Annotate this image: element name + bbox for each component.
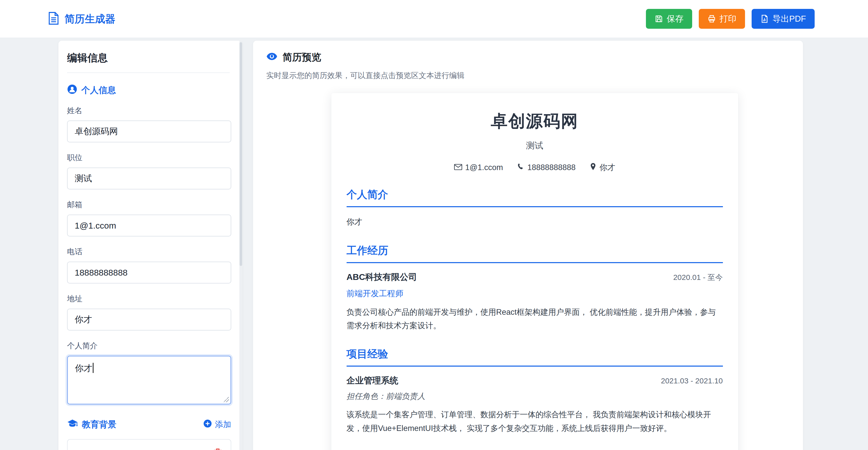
editor-panel-title: 编辑信息 (67, 51, 231, 65)
main-content: 编辑信息 个人信息 姓名 职位 邮箱 电话 (0, 38, 868, 450)
resize-handle[interactable] (223, 397, 229, 402)
graduation-cap-icon (67, 419, 78, 430)
editor-scrollbar[interactable] (239, 41, 242, 450)
header-actions: 保存 打印 导出PDF (646, 9, 815, 29)
location-pin-icon (590, 163, 596, 172)
summary-section-text[interactable]: 你才 (347, 215, 723, 229)
summary-section-heading[interactable]: 个人简介 (347, 188, 723, 207)
contact-phone[interactable]: 18888888888 (517, 163, 576, 172)
editor-scrollbar-thumb[interactable] (240, 42, 242, 266)
app-logo: 简历生成器 (48, 11, 115, 26)
education-section-title: 教育背景 (82, 419, 116, 430)
resume-document: 卓创源码网 测试 1@1.ccom (331, 93, 738, 450)
export-pdf-button[interactable]: 导出PDF (752, 9, 815, 29)
envelope-icon (454, 163, 462, 172)
app-header: 简历生成器 保存 打印 (0, 0, 868, 38)
address-field-group: 地址 (67, 294, 231, 331)
education-item-card (67, 439, 231, 450)
project-description[interactable]: 该系统是一个集客户管理、订单管理、数据分析于一体的综合性平台， 我负责前端架构设… (347, 408, 723, 435)
add-education-button[interactable]: 添加 (203, 419, 231, 430)
resume-work-section: 工作经历 ABC科技有限公司 2020.01 - 至今 前端开发工程师 负责公司… (347, 244, 723, 333)
preview-title-row: 简历预览 (266, 51, 803, 64)
contact-phone-value: 18888888888 (527, 163, 576, 172)
contact-email-value: 1@1.ccom (465, 163, 503, 172)
person-icon (67, 84, 77, 96)
resume-contacts: 1@1.ccom 18888888888 (347, 162, 723, 173)
preview-subtitle: 实时显示您的简历效果，可以直接点击预览区文本进行编辑 (266, 70, 803, 81)
address-label: 地址 (67, 294, 231, 304)
delete-education-button[interactable] (212, 447, 224, 450)
work-role[interactable]: 前端开发工程师 (347, 288, 723, 299)
contact-email[interactable]: 1@1.ccom (454, 163, 503, 172)
summary-label: 个人简介 (67, 341, 231, 351)
resume-name[interactable]: 卓创源码网 (347, 110, 723, 133)
editor-panel: 编辑信息 个人信息 姓名 职位 邮箱 电话 (58, 41, 242, 450)
contact-address[interactable]: 你才 (590, 162, 615, 173)
work-description[interactable]: 负责公司核心产品的前端开发与维护，使用React框架构建用户界面， 优化前端性能… (347, 305, 723, 333)
add-education-label: 添加 (215, 419, 231, 430)
document-icon (48, 11, 59, 26)
education-section-titlebar: 教育背景 (67, 419, 116, 430)
pdf-file-icon (760, 14, 769, 23)
work-company[interactable]: ABC科技有限公司 (347, 271, 417, 283)
summary-textarea[interactable]: 你才 (67, 356, 231, 404)
education-item-toolbar (75, 447, 224, 450)
save-button[interactable]: 保存 (646, 9, 692, 29)
eye-icon (266, 52, 277, 63)
save-button-label: 保存 (667, 13, 684, 25)
phone-input[interactable] (67, 262, 231, 283)
text-caret (93, 363, 94, 373)
summary-field-group: 个人简介 你才 (67, 341, 231, 404)
project-role[interactable]: 担任角色：前端负责人 (347, 391, 723, 402)
contact-address-value: 你才 (599, 162, 615, 173)
resume-summary-section: 个人简介 你才 (347, 188, 723, 229)
preview-panel: 简历预览 实时显示您的简历效果，可以直接点击预览区文本进行编辑 卓创源码网 测试… (253, 41, 803, 450)
project-item-head: 企业管理系统 2021.03 - 2021.10 (347, 375, 723, 386)
printer-icon (707, 14, 716, 23)
work-section-heading[interactable]: 工作经历 (347, 244, 723, 263)
name-label: 姓名 (67, 106, 231, 116)
summary-textarea-value: 你才 (75, 363, 92, 373)
position-field-group: 职位 (67, 153, 231, 189)
email-field-group: 邮箱 (67, 200, 231, 236)
project-name[interactable]: 企业管理系统 (347, 375, 398, 386)
print-button-label: 打印 (720, 13, 736, 25)
save-icon (655, 14, 663, 23)
phone-icon (517, 163, 524, 172)
personal-info-section-title: 个人信息 (81, 84, 116, 96)
name-input[interactable] (67, 121, 231, 142)
resume-projects-section: 项目经验 企业管理系统 2021.03 - 2021.10 担任角色：前端负责人… (347, 347, 723, 435)
print-button[interactable]: 打印 (699, 9, 745, 29)
email-input[interactable] (67, 215, 231, 236)
app-title: 简历生成器 (65, 12, 115, 26)
work-period[interactable]: 2020.01 - 至今 (673, 272, 723, 283)
personal-info-section-header: 个人信息 (67, 84, 231, 96)
export-pdf-button-label: 导出PDF (772, 13, 806, 25)
resume-job-title[interactable]: 测试 (347, 140, 723, 152)
position-label: 职位 (67, 153, 231, 163)
project-period[interactable]: 2021.03 - 2021.10 (661, 377, 723, 385)
plus-circle-icon (203, 419, 212, 430)
projects-section-heading[interactable]: 项目经验 (347, 347, 723, 367)
phone-label: 电话 (67, 247, 231, 257)
work-item: ABC科技有限公司 2020.01 - 至今 前端开发工程师 负责公司核心产品的… (347, 271, 723, 333)
address-input[interactable] (67, 309, 231, 331)
work-item-head: ABC科技有限公司 2020.01 - 至今 (347, 271, 723, 283)
preview-title: 简历预览 (283, 51, 321, 64)
editor-divider (67, 72, 230, 73)
name-field-group: 姓名 (67, 106, 231, 142)
project-item: 企业管理系统 2021.03 - 2021.10 担任角色：前端负责人 该系统是… (347, 375, 723, 435)
email-label: 邮箱 (67, 200, 231, 210)
education-section-header: 教育背景 添加 (67, 419, 231, 430)
phone-field-group: 电话 (67, 247, 231, 283)
position-input[interactable] (67, 168, 231, 189)
